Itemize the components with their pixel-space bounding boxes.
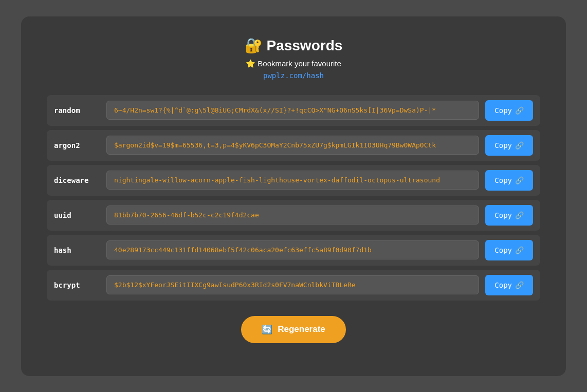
- footer: 🔄 Regenerate: [47, 316, 540, 343]
- copy-label: Copy: [494, 106, 512, 115]
- copy-button-bcrypt[interactable]: Copy 🔗: [485, 275, 533, 295]
- row-label-hash: hash: [54, 246, 100, 254]
- regenerate-button[interactable]: 🔄 Regenerate: [241, 316, 346, 343]
- regenerate-icon: 🔄: [262, 324, 272, 335]
- copy-label: Copy: [494, 246, 512, 254]
- password-row-argon2: argon2 $argon2id$v=19$m=65536,t=3,p=4$yK…: [47, 130, 540, 161]
- row-label-argon2: argon2: [54, 141, 100, 150]
- copy-button-argon2[interactable]: Copy 🔗: [485, 135, 533, 156]
- copy-label: Copy: [494, 211, 512, 219]
- password-list: random 6~4/H2n=sw1?{%|^d`@:g\5l@8iUG;CMr…: [47, 95, 540, 301]
- link-icon: 🔗: [515, 141, 524, 150]
- copy-label: Copy: [494, 281, 512, 289]
- row-value-hash: 40e289173cc449c131ffd14068ebf5f42c06aca2…: [106, 240, 479, 259]
- row-label-uuid: uuid: [54, 211, 100, 219]
- row-label-random: random: [54, 106, 100, 115]
- copy-button-uuid[interactable]: Copy 🔗: [485, 205, 533, 226]
- row-value-diceware: nightingale-willow-acorn-apple-fish-ligh…: [106, 171, 479, 190]
- copy-button-diceware[interactable]: Copy 🔗: [485, 170, 533, 191]
- copy-label: Copy: [494, 141, 512, 150]
- regenerate-label: Regenerate: [278, 324, 325, 334]
- subtitle: ⭐ Bookmark your favourite: [47, 59, 540, 68]
- password-row-random: random 6~4/H2n=sw1?{%|^d`@:g\5l@8iUG;CMr…: [47, 95, 540, 126]
- link-icon: 🔗: [515, 106, 524, 115]
- lock-icon: 🔐: [245, 38, 263, 53]
- link-icon: 🔗: [515, 211, 524, 219]
- row-value-uuid: 81bb7b70-2656-46df-b52c-c2c19f4d2cae: [106, 206, 479, 225]
- header: 🔐 Passwords ⭐ Bookmark your favourite pw…: [47, 37, 540, 80]
- row-value-bcrypt: $2b$12$xYFeorJSEitIIXCg9awIsudP60x3RId2s…: [106, 275, 479, 294]
- password-row-hash: hash 40e289173cc449c131ffd14068ebf5f42c0…: [47, 235, 540, 266]
- copy-button-random[interactable]: Copy 🔗: [485, 100, 533, 121]
- password-row-uuid: uuid 81bb7b70-2656-46df-b52c-c2c19f4d2ca…: [47, 200, 540, 231]
- copy-button-hash[interactable]: Copy 🔗: [485, 240, 533, 260]
- link-icon: 🔗: [515, 246, 524, 254]
- link-icon: 🔗: [515, 281, 524, 289]
- site-link[interactable]: pwplz.com/hash: [263, 71, 324, 80]
- star-icon: ⭐: [246, 59, 255, 68]
- main-card: 🔐 Passwords ⭐ Bookmark your favourite pw…: [21, 16, 566, 376]
- password-row-bcrypt: bcrypt $2b$12$xYFeorJSEitIIXCg9awIsudP60…: [47, 270, 540, 301]
- row-value-argon2: $argon2id$v=19$m=65536,t=3,p=4$yKV6pC3OM…: [106, 136, 479, 155]
- copy-label: Copy: [494, 176, 512, 184]
- link-icon: 🔗: [515, 176, 524, 184]
- password-row-diceware: diceware nightingale-willow-acorn-apple-…: [47, 165, 540, 196]
- page-title: 🔐 Passwords: [47, 37, 540, 54]
- row-value-random: 6~4/H2n=sw1?{%|^d`@:g\5l@8iUG;CMrdX&(x//…: [106, 101, 479, 120]
- row-label-bcrypt: bcrypt: [54, 281, 100, 289]
- row-label-diceware: diceware: [54, 176, 100, 184]
